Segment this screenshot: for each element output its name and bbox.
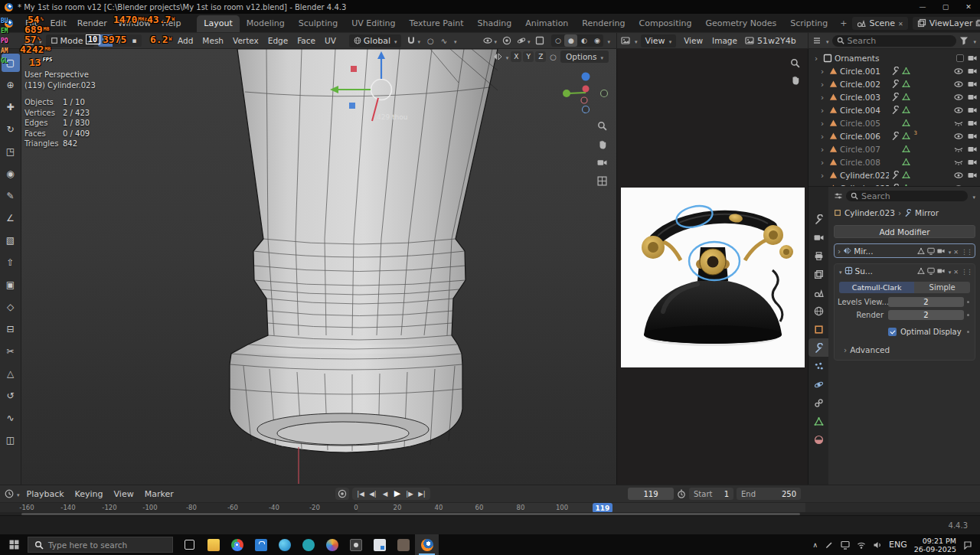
zoom-icon[interactable] [597, 121, 607, 131]
editor-type-icon[interactable] [24, 36, 34, 45]
tool-proportional-icon[interactable] [548, 53, 558, 61]
outliner-row[interactable]: Cylinder.022 [808, 168, 980, 181]
collapse-chevron[interactable] [838, 266, 842, 276]
pen-tray-icon[interactable] [825, 540, 834, 550]
collection-row[interactable]: Ornaments [808, 51, 980, 64]
disable-in-renders-toggle[interactable] [968, 67, 977, 76]
disable-in-renders-toggle[interactable] [968, 106, 977, 115]
scene-selector[interactable]: Scene [852, 17, 907, 30]
outliner-row[interactable]: Circle.007 [808, 142, 980, 155]
timeline-menu-item[interactable]: View [109, 488, 139, 501]
taskbar-app-button[interactable] [201, 534, 225, 555]
outliner-row[interactable]: Circle.001 [808, 64, 980, 77]
toolbar-tool-button[interactable]: ◉ [2, 165, 20, 183]
breadcrumb-object[interactable]: Cylinder.023 [844, 208, 895, 217]
keyframe-dot-icon[interactable] [964, 301, 972, 303]
new-viewlayer-icon[interactable] [975, 19, 980, 27]
playback-button[interactable]: |▶ [403, 488, 416, 500]
mirror-axes-icon[interactable] [493, 52, 502, 61]
toolbar-tool-button[interactable]: ▢ [2, 54, 20, 72]
taskbar-app-button[interactable] [391, 534, 415, 555]
menu-item[interactable]: Edit [44, 17, 71, 30]
workspace-tab[interactable]: Geometry Nodes [698, 15, 783, 32]
toolbar-tool-button[interactable]: ⊟ [2, 320, 20, 338]
properties-tab[interactable] [808, 412, 828, 430]
expand-chevron[interactable] [821, 132, 827, 141]
nav-axis-z[interactable] [582, 73, 590, 81]
outliner-row[interactable]: Circle.006 3 [808, 129, 980, 142]
object-visibility-dropdown[interactable] [482, 36, 498, 46]
workspace-tab[interactable]: Compositing [632, 15, 699, 32]
taskbar-app-button[interactable] [249, 534, 273, 555]
image-mode-dropdown[interactable]: View [641, 34, 677, 47]
axis-toggle-button[interactable]: Z [535, 51, 546, 62]
toolbar-tool-button[interactable]: ✚ [2, 98, 20, 116]
advanced-section-header[interactable]: Advanced [838, 345, 972, 354]
taskbar-app-button[interactable] [320, 534, 344, 555]
workspace-tab[interactable]: UV Editing [345, 15, 402, 32]
expand-chevron[interactable] [821, 80, 827, 89]
axis-toggle-button[interactable]: X [511, 51, 521, 62]
hide-in-viewport-toggle[interactable] [952, 171, 964, 180]
xray-toggle[interactable] [534, 36, 546, 45]
delete-modifier-button[interactable] [953, 246, 959, 256]
properties-tab[interactable] [808, 265, 828, 283]
expand-chevron[interactable] [838, 246, 841, 256]
image-editor-type-icon[interactable] [621, 36, 630, 45]
properties-options-caret[interactable] [971, 191, 975, 201]
mirror-modifier-panel[interactable]: Mir... [834, 243, 975, 258]
workspace-tab[interactable]: Shading [471, 15, 519, 32]
start-frame-field[interactable]: Start1 [689, 488, 733, 500]
viewport-menu-item[interactable]: UV [320, 34, 341, 47]
hide-in-viewport-toggle[interactable] [952, 119, 964, 128]
axis-toggle-button[interactable]: Y [523, 51, 534, 62]
playback-button[interactable]: ▶ [391, 488, 403, 500]
toolbar-tool-button[interactable]: ✎ [2, 187, 20, 205]
current-frame-field[interactable]: 119 [628, 488, 674, 500]
properties-tab[interactable] [808, 375, 828, 393]
realtime-display-toggle[interactable] [927, 247, 935, 255]
camera-view-icon[interactable] [597, 158, 607, 168]
disable-in-renders-toggle[interactable] [968, 93, 977, 102]
nav-axis-y-neg[interactable] [601, 90, 608, 97]
realtime-display-toggle[interactable] [927, 267, 935, 275]
workspace-tab[interactable]: Rendering [575, 15, 632, 32]
modifier-extras-caret[interactable] [947, 246, 952, 256]
properties-tab[interactable] [808, 228, 828, 246]
tray-expand-icon[interactable] [812, 540, 818, 550]
taskbar-app-button[interactable] [225, 534, 249, 555]
toolbar-tool-button[interactable]: ◇ [2, 298, 20, 316]
toolbar-tool-button[interactable]: ⊕ [2, 76, 20, 94]
hide-in-viewport-toggle[interactable] [952, 132, 964, 141]
rendered-shading-button[interactable] [590, 34, 603, 47]
simple-option[interactable]: Simple [914, 282, 970, 293]
toolbar-tool-button[interactable]: ∿ [2, 409, 20, 427]
image-zoom-icon[interactable] [790, 58, 800, 68]
disable-in-renders-toggle[interactable] [968, 145, 977, 154]
object-name[interactable]: Circle.004 [840, 106, 889, 115]
viewport-menu-item[interactable]: Face [292, 34, 320, 47]
properties-search-input[interactable]: Search [846, 191, 968, 201]
face-select-button[interactable] [127, 34, 142, 47]
workspace-tab[interactable]: Animation [518, 15, 575, 32]
shading-options-caret[interactable] [606, 36, 610, 46]
disable-in-renders-toggle[interactable] [968, 158, 977, 167]
mesh-cylinder-023[interactable]: 429 thou [21, 49, 616, 485]
timeline-ruler[interactable]: -160-140-120-100-80-60-40-20020406080100… [0, 502, 980, 512]
properties-tab[interactable] [808, 302, 828, 320]
add-workspace-button[interactable]: + [835, 17, 852, 30]
timeline-editor-icon[interactable] [5, 489, 14, 498]
object-name[interactable]: Circle.006 [840, 132, 889, 141]
toolbar-tool-button[interactable]: ⇧ [2, 253, 20, 272]
filter-funnel-icon[interactable] [959, 36, 969, 45]
object-name[interactable]: Circle.007 [840, 145, 889, 154]
expand-chevron[interactable] [821, 171, 827, 180]
keyframe-dot-icon[interactable] [964, 314, 972, 316]
toolbar-tool-button[interactable]: ∠ [2, 209, 20, 227]
viewport-menu-item[interactable]: Vertex [228, 34, 263, 47]
properties-tab[interactable] [808, 246, 828, 265]
ortho-grid-icon[interactable] [597, 176, 607, 186]
hide-in-viewport-toggle[interactable] [952, 106, 964, 115]
edit-mode-display-toggle[interactable] [917, 247, 925, 255]
object-name[interactable]: Circle.002 [840, 80, 889, 89]
